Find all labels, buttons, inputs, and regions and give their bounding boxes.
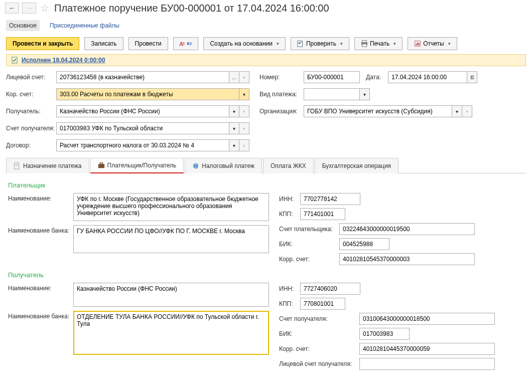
- page-title: Платежное поручение БУ00-000001 от 17.04…: [54, 3, 329, 14]
- payer-acc-input[interactable]: [339, 223, 475, 235]
- payment-type-input[interactable]: [304, 88, 360, 100]
- post-and-close-button[interactable]: Провести и закрыть: [6, 37, 79, 50]
- contract-input[interactable]: [56, 139, 229, 151]
- tab-accounting[interactable]: Бухгалтерская операция: [315, 158, 398, 173]
- rec-account-label: Счет получателя:: [6, 125, 56, 132]
- svg-rect-12: [98, 164, 104, 168]
- document-icon: [14, 162, 21, 169]
- cor-account-dropdown-button[interactable]: ▾: [239, 88, 249, 100]
- recipient-label: Получатель:: [6, 108, 56, 115]
- status-link[interactable]: Исполнен 18.04.2024 0:00:00: [22, 57, 105, 64]
- tab-purpose[interactable]: Назначение платежа: [6, 158, 89, 173]
- payer-kpp-input[interactable]: [300, 208, 345, 220]
- print-icon: [361, 40, 368, 47]
- recipient-name-label: Наименование:: [8, 283, 73, 292]
- rec-account-dropdown-button[interactable]: ▾: [229, 122, 239, 134]
- nav-forward-button[interactable]: →: [22, 3, 36, 14]
- contract-label: Договор:: [6, 142, 56, 149]
- cor-account-label: Кор. счет:: [6, 91, 56, 98]
- report-icon: [414, 40, 421, 47]
- recipient-acc-input[interactable]: [359, 313, 495, 325]
- recipient-dropdown-button[interactable]: ▾: [229, 105, 239, 117]
- payment-type-label: Вид платежа:: [259, 91, 304, 98]
- recipient-input[interactable]: [56, 105, 229, 117]
- briefcase-icon: [98, 162, 105, 169]
- recipient-korr-input[interactable]: [359, 343, 495, 355]
- dtKt-button[interactable]: ДтКт: [173, 37, 199, 50]
- payer-bank-textarea[interactable]: [73, 225, 269, 253]
- organization-label: Организация:: [259, 108, 304, 115]
- tab-tax[interactable]: Налоговый платеж: [185, 158, 262, 173]
- svg-rect-0: [298, 41, 303, 47]
- svg-rect-5: [416, 44, 417, 46]
- navtab-main[interactable]: Основное: [6, 20, 40, 31]
- check-button[interactable]: Проверить: [291, 37, 349, 50]
- recipient-lic-label: Лицевой счет получателя:: [279, 360, 359, 367]
- svg-rect-1: [362, 41, 367, 43]
- globe-icon: [192, 162, 199, 169]
- recipient-korr-label: Корр. счет:: [279, 345, 359, 352]
- favorite-star-icon[interactable]: ☆: [40, 2, 49, 14]
- organization-open-button[interactable]: ▫: [462, 105, 472, 117]
- svg-rect-3: [362, 44, 367, 47]
- recipient-bank-textarea[interactable]: [73, 311, 269, 355]
- account-input[interactable]: [56, 71, 229, 83]
- recipient-open-button[interactable]: ▫: [239, 105, 249, 117]
- payer-kpp-label: КПП:: [279, 211, 300, 218]
- payer-name-textarea[interactable]: [73, 193, 269, 221]
- contract-open-button[interactable]: ▫: [239, 139, 249, 151]
- tab-payer-recipient[interactable]: Плательщик/Получатель: [90, 158, 184, 173]
- create-based-button[interactable]: Создать на основании: [203, 37, 286, 50]
- payer-name-label: Наименование:: [8, 193, 73, 202]
- recipient-name-textarea[interactable]: [73, 283, 269, 307]
- recipient-kpp-label: КПП:: [279, 300, 300, 307]
- account-select-button[interactable]: …: [229, 71, 239, 83]
- payer-bik-input[interactable]: [339, 238, 389, 250]
- contract-dropdown-button[interactable]: ▾: [229, 139, 239, 151]
- date-label: Дата:: [366, 74, 388, 81]
- check-icon: [297, 40, 304, 47]
- recipient-section-title: Получатель: [8, 271, 524, 279]
- account-open-button[interactable]: ▫: [239, 71, 249, 83]
- date-calendar-button[interactable]: 🗓: [467, 71, 477, 83]
- payer-korr-label: Корр. счет:: [279, 256, 339, 263]
- rec-account-open-button[interactable]: ▫: [239, 122, 249, 134]
- cor-account-input[interactable]: [56, 88, 239, 100]
- payer-korr-input[interactable]: [339, 253, 475, 265]
- status-bar: Исполнен 18.04.2024 0:00:00: [6, 54, 526, 66]
- recipient-bank-label: Наименование банка:: [8, 311, 73, 320]
- reports-button[interactable]: Отчеты: [408, 37, 457, 50]
- account-label: Лицевой счет:: [6, 74, 56, 81]
- recipient-bik-input[interactable]: [359, 328, 410, 340]
- recipient-acc-label: Счет получателя:: [279, 315, 359, 322]
- save-button[interactable]: Записать: [84, 37, 123, 50]
- post-button[interactable]: Провести: [128, 37, 168, 50]
- rec-account-input[interactable]: [56, 122, 229, 134]
- payment-type-dropdown-button[interactable]: ▾: [360, 88, 370, 100]
- payer-inn-input[interactable]: [300, 193, 360, 205]
- organization-dropdown-button[interactable]: ▾: [452, 105, 462, 117]
- number-label: Номер:: [259, 74, 304, 81]
- payer-acc-label: Счет плательщика:: [279, 226, 339, 233]
- number-input[interactable]: [304, 71, 360, 83]
- print-button[interactable]: Печать: [354, 37, 403, 50]
- svg-rect-13: [100, 163, 102, 164]
- date-input[interactable]: [388, 71, 467, 83]
- payer-bik-label: БИК:: [279, 241, 339, 248]
- payer-inn-label: ИНН:: [279, 195, 300, 203]
- recipient-kpp-input[interactable]: [300, 298, 345, 310]
- payer-bank-label: Наименование банка:: [8, 225, 73, 234]
- navtab-files[interactable]: Присоединенные файлы: [47, 20, 122, 31]
- svg-rect-7: [419, 43, 420, 45]
- recipient-lic-input[interactable]: [359, 358, 495, 370]
- status-icon: [12, 57, 19, 64]
- svg-rect-6: [417, 42, 418, 45]
- recipient-inn-label: ИНН:: [279, 285, 300, 292]
- payer-section-title: Плательщик: [8, 181, 524, 189]
- recipient-bik-label: БИК:: [279, 330, 359, 337]
- recipient-inn-input[interactable]: [300, 283, 360, 295]
- tab-zkh[interactable]: Оплата ЖКХ: [263, 158, 314, 173]
- organization-input[interactable]: [304, 105, 452, 117]
- nav-back-button[interactable]: ←: [5, 3, 19, 14]
